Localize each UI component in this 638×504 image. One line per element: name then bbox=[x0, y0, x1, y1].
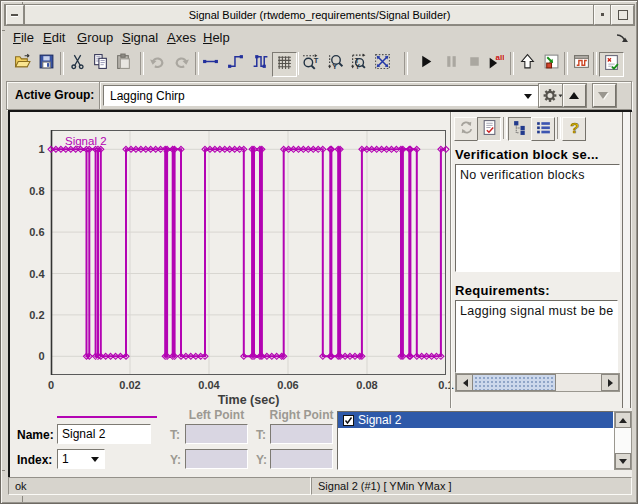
maximize-button[interactable] bbox=[611, 5, 634, 25]
name-label: Name: bbox=[17, 428, 54, 442]
index-value: 1 bbox=[62, 452, 69, 466]
builder-window-button[interactable] bbox=[570, 52, 593, 75]
up-triangle-icon bbox=[569, 92, 579, 99]
combo-arrow-icon bbox=[524, 94, 532, 99]
toolbar-separator bbox=[404, 52, 408, 75]
move-group-up-button[interactable] bbox=[563, 84, 586, 107]
save-button[interactable] bbox=[35, 52, 58, 75]
signal-checkbox[interactable] bbox=[343, 415, 354, 426]
svg-text:0.08: 0.08 bbox=[356, 379, 377, 391]
draw-line-button[interactable] bbox=[199, 52, 222, 75]
left-y-input[interactable] bbox=[185, 449, 248, 469]
menu-axes[interactable]: Axes bbox=[167, 30, 196, 45]
status-left: ok bbox=[8, 477, 311, 495]
dock-arrow-icon[interactable] bbox=[614, 31, 630, 47]
zoom-time-button[interactable]: T bbox=[299, 52, 322, 75]
svg-text:0.4: 0.4 bbox=[29, 268, 45, 280]
toolbar: TYTYall bbox=[6, 50, 632, 80]
move-group-down-button[interactable] bbox=[593, 84, 616, 107]
right-t-input[interactable] bbox=[270, 424, 333, 444]
scroll-down-button[interactable] bbox=[615, 453, 631, 469]
toolbar-separator bbox=[503, 117, 507, 139]
menu-group[interactable]: Group bbox=[77, 30, 113, 45]
sync-requirements-icon bbox=[458, 119, 475, 140]
frame-notch bbox=[22, 496, 23, 503]
stop-button[interactable] bbox=[463, 52, 486, 75]
sync-requirements-button[interactable] bbox=[454, 117, 478, 141]
goto-block-button[interactable] bbox=[540, 52, 563, 75]
play-button[interactable] bbox=[415, 52, 438, 75]
play-all-button[interactable]: all bbox=[484, 52, 507, 75]
verification-header: Verification block se... bbox=[455, 147, 599, 162]
right-triangle-icon bbox=[608, 379, 613, 387]
svg-text:0: 0 bbox=[38, 350, 44, 362]
svg-text:?: ? bbox=[570, 119, 579, 135]
menu-signal[interactable]: Signal bbox=[122, 30, 158, 45]
fit-view-button[interactable] bbox=[371, 52, 394, 75]
zoom-ty-button[interactable]: TY bbox=[347, 52, 370, 75]
undo-icon bbox=[149, 53, 166, 74]
requirements-toggle-icon bbox=[603, 54, 620, 75]
group-options-button[interactable] bbox=[539, 84, 565, 107]
right-y-input[interactable] bbox=[270, 449, 333, 469]
play-icon bbox=[418, 53, 435, 74]
list-view-button[interactable] bbox=[531, 117, 555, 141]
open-button[interactable] bbox=[11, 52, 34, 75]
plot-sidebar-divider bbox=[450, 112, 451, 408]
undo-button[interactable] bbox=[146, 52, 169, 75]
copy-icon bbox=[92, 53, 109, 74]
fit-view-icon bbox=[374, 53, 391, 74]
draw-pulse-button[interactable] bbox=[249, 52, 272, 75]
svg-text:Y: Y bbox=[355, 63, 360, 70]
up-arrow-button[interactable] bbox=[516, 52, 539, 75]
menu-file[interactable]: File bbox=[13, 30, 34, 45]
requirements-header: Requirements: bbox=[455, 283, 550, 298]
index-combo[interactable]: 1 bbox=[57, 449, 105, 469]
verification-listbox[interactable]: No verification blocks bbox=[455, 164, 620, 272]
pause-icon bbox=[443, 53, 460, 74]
signal-plot[interactable]: Signal 200.20.40.60.8100.020.040.060.080… bbox=[10, 112, 456, 410]
window-menu-button[interactable] bbox=[6, 5, 24, 25]
signal-color-line bbox=[57, 416, 157, 418]
draw-step-button[interactable] bbox=[224, 52, 247, 75]
window-menu-icon bbox=[11, 14, 18, 17]
name-input[interactable]: Signal 2 bbox=[57, 424, 151, 444]
left-t-input[interactable] bbox=[185, 424, 248, 444]
down-triangle-icon bbox=[619, 459, 627, 464]
up-arrow-icon bbox=[519, 53, 536, 74]
status-right-text: Signal 2 (#1) [ YMin YMax ] bbox=[318, 480, 452, 492]
paste-icon bbox=[115, 53, 132, 74]
requirements-hscrollbar[interactable] bbox=[455, 373, 620, 392]
menu-edit[interactable]: Edit bbox=[43, 30, 65, 45]
scroll-right-button[interactable] bbox=[601, 374, 619, 391]
copy-button[interactable] bbox=[89, 52, 112, 75]
minimize-button[interactable] bbox=[594, 5, 612, 25]
menu-help[interactable]: Help bbox=[203, 30, 230, 45]
scroll-up-button[interactable] bbox=[615, 412, 631, 428]
active-group-label-cell: Active Group: bbox=[7, 82, 100, 109]
frame-notch bbox=[1, 470, 5, 471]
active-group-combo[interactable]: Lagging Chirp bbox=[103, 85, 539, 106]
snap-grid-button[interactable] bbox=[272, 52, 297, 77]
redo-button[interactable] bbox=[170, 52, 193, 75]
right-t-label: T: bbox=[256, 428, 266, 442]
requirement-doc-button[interactable] bbox=[477, 117, 501, 141]
cut-button[interactable] bbox=[66, 52, 89, 75]
help-button[interactable]: ? bbox=[562, 117, 586, 141]
pause-button[interactable] bbox=[440, 52, 463, 75]
hscrollbar-thumb[interactable] bbox=[472, 374, 556, 391]
signal-listbox[interactable]: Signal 2 bbox=[337, 411, 614, 470]
name-value: Signal 2 bbox=[62, 427, 105, 441]
requirements-listbox[interactable]: Lagging signal must be be bbox=[455, 300, 618, 373]
svg-text:1: 1 bbox=[38, 143, 44, 155]
frame-notch bbox=[1, 30, 5, 31]
paste-button[interactable] bbox=[112, 52, 135, 75]
goto-block-icon bbox=[543, 53, 560, 74]
zoom-y-button[interactable]: Y bbox=[324, 52, 347, 75]
tree-view-button[interactable] bbox=[508, 117, 532, 141]
signal-list-vscrollbar[interactable] bbox=[614, 411, 632, 470]
active-group-label: Active Group: bbox=[15, 88, 94, 102]
left-triangle-icon bbox=[463, 379, 468, 387]
requirements-toggle-button[interactable] bbox=[599, 52, 624, 77]
signal-list-item[interactable]: Signal 2 bbox=[338, 412, 613, 428]
